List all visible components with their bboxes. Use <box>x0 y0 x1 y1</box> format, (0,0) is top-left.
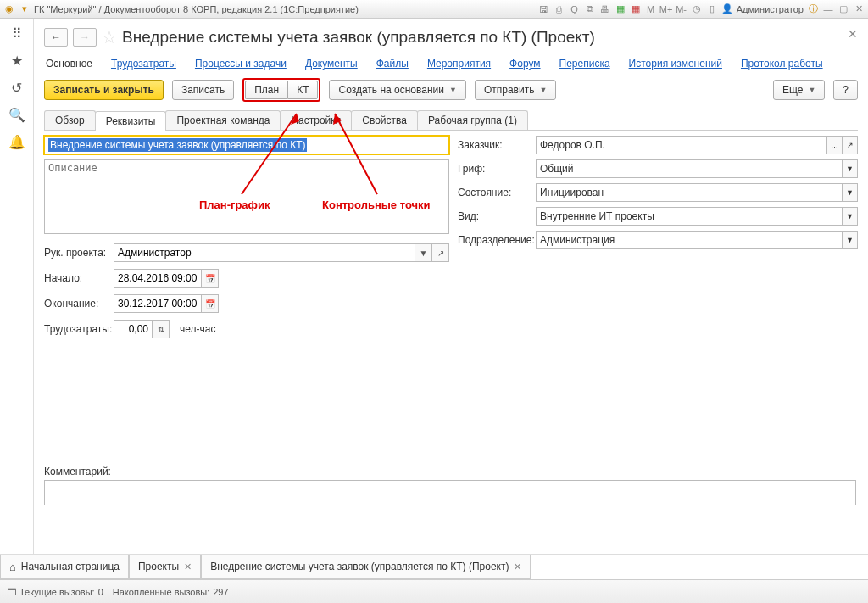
tab-group[interactable]: Рабочая группа (1) <box>417 110 528 130</box>
link-events[interactable]: Мероприятия <box>427 58 491 70</box>
bottom-tab-projects[interactable]: Проекты✕ <box>129 555 201 579</box>
effort-input[interactable] <box>114 320 153 338</box>
bottom-tab-current[interactable]: Внедрение системы учета заявок (управляе… <box>201 555 531 579</box>
save-icon[interactable]: 🖫 <box>538 3 550 15</box>
link-processes[interactable]: Процессы и задачи <box>195 58 287 70</box>
customer-open-icon[interactable]: ↗ <box>843 136 858 154</box>
calc-icon[interactable]: ▦ <box>615 3 626 15</box>
tab-requisites[interactable]: Реквизиты <box>95 111 167 131</box>
mplus-icon[interactable]: M+ <box>660 3 672 15</box>
state-drop-icon[interactable]: ▼ <box>843 183 858 202</box>
clock-icon[interactable]: ◷ <box>691 3 703 15</box>
annotation-kt: Контрольные точки <box>322 198 431 211</box>
tab-team[interactable]: Проектная команда <box>165 110 281 130</box>
link-history[interactable]: История изменений <box>629 58 722 70</box>
bottom-tab-home[interactable]: ⌂Начальная страница <box>0 555 129 579</box>
copy-icon[interactable]: ⧉ <box>584 3 596 15</box>
form-tabs: Обзор Реквизиты Проектная команда Настро… <box>44 110 858 131</box>
effort-spinner-icon[interactable]: ⇅ <box>153 320 170 338</box>
bell-icon[interactable]: 🔔 <box>9 134 25 149</box>
plan-kt-group: План КТ <box>242 78 320 102</box>
user-name: Администратор <box>737 4 804 14</box>
dropdown-icon[interactable]: ▾ <box>19 3 31 15</box>
title-text: ГК "Меркурий" / Документооборот 8 КОРП, … <box>34 4 359 14</box>
plan-button[interactable]: План <box>245 81 287 99</box>
type-label: Вид: <box>458 210 536 222</box>
maximize-icon[interactable]: ▢ <box>837 3 849 15</box>
close-window-icon[interactable]: ✕ <box>853 3 865 15</box>
app-icon: ◉ <box>3 3 15 15</box>
link-forum[interactable]: Форум <box>509 58 540 70</box>
tab-settings[interactable]: Настройки <box>280 110 352 130</box>
star-icon[interactable]: ★ <box>9 53 25 68</box>
user-icon: 👤 <box>721 3 733 15</box>
type-input[interactable]: Внутренние ИТ проекты <box>536 207 843 226</box>
favorite-star-icon[interactable]: ☆ <box>102 27 117 47</box>
customer-input[interactable]: Федоров О.П. <box>536 136 827 154</box>
print-icon[interactable]: ⎙ <box>554 3 565 15</box>
type-drop-icon[interactable]: ▼ <box>843 207 858 226</box>
effort-label: Трудозатраты: <box>44 323 108 335</box>
info-icon[interactable]: ⓘ <box>807 3 819 15</box>
end-label: Окончание: <box>44 298 108 310</box>
title-bar: ◉ ▾ ГК "Меркурий" / Документооборот 8 КО… <box>0 0 868 19</box>
link-effort[interactable]: Трудозатраты <box>111 58 176 70</box>
help-button[interactable]: ? <box>833 80 858 100</box>
status-icon: 🗔 <box>7 587 16 597</box>
manager-label: Рук. проекта: <box>44 247 108 259</box>
save-close-button[interactable]: Записать и закрыть <box>44 80 164 100</box>
state-input[interactable]: Инициирован <box>536 183 843 202</box>
history-icon[interactable]: ↺ <box>9 80 25 95</box>
tab-props[interactable]: Свойства <box>351 110 418 130</box>
minimize-icon[interactable]: — <box>822 3 834 15</box>
calls-label: Текущие вызовы: <box>19 587 95 597</box>
cal-icon[interactable]: ▦ <box>630 3 642 15</box>
manager-drop-icon[interactable]: ▼ <box>415 243 432 262</box>
state-label: Состояние: <box>458 187 536 198</box>
search-icon[interactable]: 🔍 <box>9 107 25 122</box>
tool-icon[interactable]: Q <box>569 3 581 15</box>
sidebar: ⠿ ★ ↺ 🔍 🔔 <box>0 19 34 554</box>
accum-label: Накопленные вызовы: <box>113 587 209 597</box>
stamp-input[interactable]: Общий <box>536 159 843 178</box>
dept-drop-icon[interactable]: ▼ <box>843 231 858 249</box>
close-icon[interactable]: ✕ <box>848 27 858 41</box>
kt-button[interactable]: КТ <box>287 81 318 99</box>
dept-input[interactable]: Администрация <box>536 231 843 249</box>
comment-input[interactable] <box>44 480 856 505</box>
forward-button[interactable]: → <box>73 28 97 47</box>
start-input[interactable] <box>114 269 202 288</box>
window-icon[interactable]: ▯ <box>706 3 718 15</box>
link-main[interactable]: Основное <box>46 58 92 70</box>
name-value: Внедрение системы учета заявок (управляе… <box>48 138 307 152</box>
link-mail[interactable]: Переписка <box>559 58 610 70</box>
bottom-tabs: ⌂Начальная страница Проекты✕ Внедрение с… <box>0 554 868 579</box>
customer-more-icon[interactable]: … <box>827 136 843 154</box>
manager-open-icon[interactable]: ↗ <box>432 243 449 262</box>
print2-icon[interactable]: 🖶 <box>599 3 611 15</box>
manager-input[interactable] <box>114 243 415 262</box>
close-tab-icon[interactable]: ✕ <box>184 561 192 572</box>
effort-unit: чел-час <box>180 323 215 335</box>
start-cal-icon[interactable]: 📅 <box>202 269 219 288</box>
more-button[interactable]: Еще▼ <box>773 80 825 100</box>
mminus-icon[interactable]: M- <box>676 3 687 15</box>
end-cal-icon[interactable]: 📅 <box>202 294 219 313</box>
back-button[interactable]: ← <box>44 28 68 47</box>
tab-overview[interactable]: Обзор <box>44 110 96 130</box>
save-button[interactable]: Записать <box>172 80 234 100</box>
end-input[interactable] <box>114 294 202 313</box>
create-based-button[interactable]: Создать на основании▼ <box>329 80 465 100</box>
send-button[interactable]: Отправить▼ <box>475 80 556 100</box>
annotation-plan: План-график <box>199 198 270 211</box>
status-bar: 🗔 Текущие вызовы: 0 Накопленные вызовы: … <box>0 579 868 603</box>
close-tab-icon[interactable]: ✕ <box>514 561 521 572</box>
link-protocol[interactable]: Протокол работы <box>741 58 823 70</box>
name-input[interactable]: Внедрение системы учета заявок (управляе… <box>44 136 449 154</box>
link-files[interactable]: Файлы <box>376 58 409 70</box>
link-documents[interactable]: Документы <box>305 58 358 70</box>
m-icon[interactable]: M <box>645 3 657 15</box>
stamp-drop-icon[interactable]: ▼ <box>843 159 858 178</box>
apps-icon[interactable]: ⠿ <box>9 25 25 41</box>
description-input[interactable] <box>44 159 449 234</box>
